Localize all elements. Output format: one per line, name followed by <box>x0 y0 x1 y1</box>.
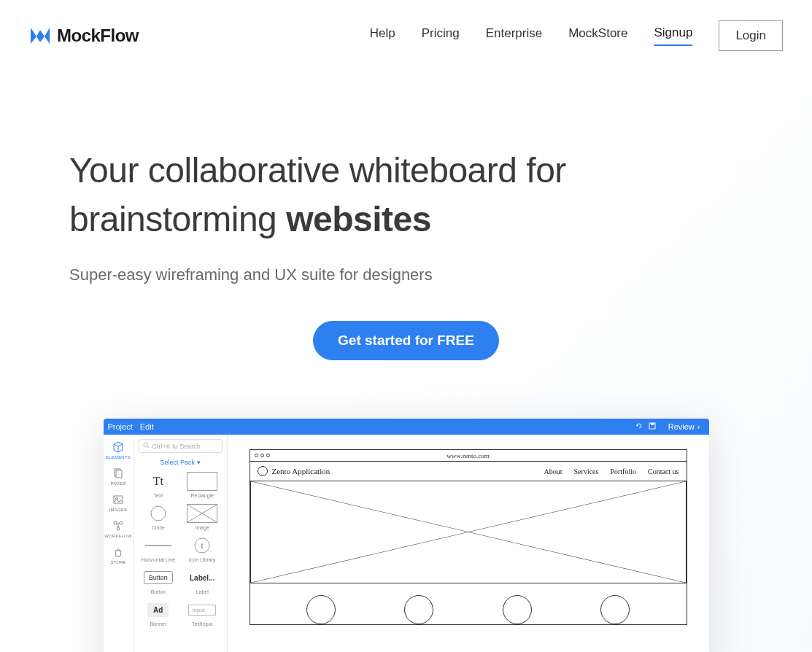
wireframe-logo-icon <box>258 466 268 476</box>
topbar-save-icon[interactable] <box>648 422 657 432</box>
wireframe-circles-row <box>250 583 687 624</box>
images-icon <box>112 493 125 506</box>
store-icon <box>112 546 125 559</box>
topbar-project[interactable]: Project <box>108 422 133 431</box>
browser-chrome: www.zento.com <box>250 450 687 462</box>
hero-title: Your collaborative whiteboard for brains… <box>69 146 743 244</box>
window-dot-icon <box>266 454 270 457</box>
element-button[interactable]: ButtonButton <box>139 567 179 596</box>
wireframe-circle-icon <box>600 595 630 624</box>
element-iconlib[interactable]: iIcon Library <box>182 535 223 564</box>
wireframe-menu-portfolio[interactable]: Portfolio <box>610 467 636 476</box>
svg-point-10 <box>151 506 166 521</box>
cube-icon <box>112 441 125 454</box>
wireframe-circle-icon <box>404 595 433 624</box>
mockflow-logo-icon <box>29 26 51 45</box>
svg-rect-4 <box>114 496 123 503</box>
wireframe-circle-icon <box>306 595 336 624</box>
elements-panel: Ctrl+K to Search Select Pack ▾ TtText Re… <box>134 435 228 652</box>
wireframe-menu: About Services Portfolio Contact us <box>544 467 679 476</box>
nav-mockstore[interactable]: MockStore <box>568 26 627 45</box>
element-hline[interactable]: Horizontal Line <box>139 535 179 564</box>
workflow-icon <box>112 519 125 532</box>
app-topbar: Project Edit Review › <box>104 419 709 435</box>
element-rectangle[interactable]: Rectangle <box>182 470 223 500</box>
nav-enterprise[interactable]: Enterprise <box>486 26 542 45</box>
wireframe-menu-contact[interactable]: Contact us <box>648 467 679 476</box>
chevron-right-icon: › <box>697 422 700 431</box>
svg-rect-3 <box>116 470 122 478</box>
hero-title-bold: websites <box>286 200 431 238</box>
rail-workflow[interactable]: WORKFLOW <box>104 519 132 538</box>
nav-signup[interactable]: Signup <box>654 26 692 46</box>
nav-help[interactable]: Help <box>370 26 395 45</box>
rail-images[interactable]: IMAGES <box>109 493 128 512</box>
select-pack-dropdown[interactable]: Select Pack ▾ <box>139 459 223 466</box>
nav-pricing[interactable]: Pricing <box>422 26 460 45</box>
logo[interactable]: MockFlow <box>29 26 139 46</box>
search-icon <box>143 442 150 450</box>
rail-elements[interactable]: ELEMENTS <box>106 441 131 459</box>
element-banner[interactable]: AdBanner <box>139 599 179 628</box>
login-button[interactable]: Login <box>719 20 783 51</box>
site-header: MockFlow Help Pricing Enterprise MockSto… <box>0 0 812 51</box>
browser-url: www.zento.com <box>446 452 489 459</box>
logo-text: MockFlow <box>57 26 139 46</box>
wireframe-canvas[interactable]: www.zento.com Zento Application About Se… <box>228 435 709 652</box>
get-started-button[interactable]: Get started for FREE <box>313 321 499 360</box>
wireframe-menu-about[interactable]: About <box>544 467 562 476</box>
element-image[interactable]: Image <box>182 502 223 532</box>
hero-section: Your collaborative whiteboard for brains… <box>0 51 812 360</box>
topbar-edit[interactable]: Edit <box>140 422 154 431</box>
topbar-review[interactable]: Review › <box>664 419 705 435</box>
search-input[interactable]: Ctrl+K to Search <box>139 439 223 453</box>
wireframe-browser: www.zento.com Zento Application About Se… <box>250 449 687 625</box>
rail-pages[interactable]: PAGES <box>110 467 125 486</box>
pages-icon <box>112 467 125 480</box>
element-circle[interactable]: Circle <box>139 502 179 532</box>
wireframe-nav: Zento Application About Services Portfol… <box>250 462 687 481</box>
window-dot-icon <box>255 454 258 457</box>
element-text[interactable]: TtText <box>139 470 179 500</box>
svg-text:i: i <box>201 540 204 551</box>
wireframe-circle-icon <box>503 595 532 624</box>
top-nav: Help Pricing Enterprise MockStore Signup… <box>370 20 783 51</box>
app-body: ELEMENTS PAGES IMAGES WORKFLOW STORE <box>104 435 709 652</box>
topbar-undo-icon[interactable] <box>635 422 643 432</box>
wireframe-menu-services[interactable]: Services <box>574 467 599 476</box>
svg-point-8 <box>117 527 120 530</box>
window-dot-icon <box>260 454 264 457</box>
wireframe-app-title: Zento Application <box>272 467 330 476</box>
element-label[interactable]: Label...Label <box>182 567 223 596</box>
app-preview: Project Edit Review › ELEMENTS PAGES IMA… <box>104 419 709 652</box>
elements-grid: TtText Rectangle Circle Image Horizontal… <box>139 470 223 628</box>
svg-rect-1 <box>651 423 654 425</box>
element-textinput[interactable]: InputTextInput <box>182 599 223 628</box>
rail-store[interactable]: STORE <box>110 546 126 564</box>
wireframe-hero-image <box>250 481 687 583</box>
cta-wrap: Get started for FREE <box>69 321 743 360</box>
left-rail: ELEMENTS PAGES IMAGES WORKFLOW STORE <box>104 435 134 652</box>
hero-subtitle: Super-easy wireframing and UX suite for … <box>69 265 743 284</box>
